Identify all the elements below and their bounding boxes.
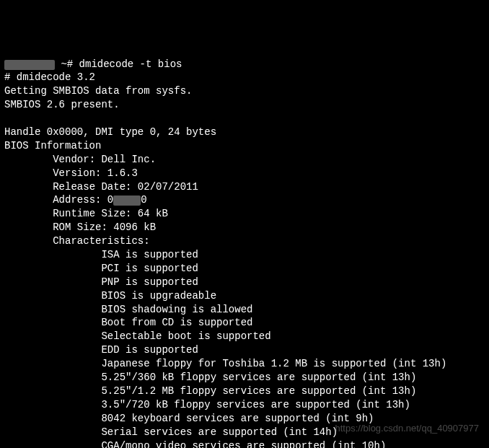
characteristic-text: Serial services are supported (int 14h) — [101, 426, 338, 438]
characteristic-text: ISA is supported — [101, 249, 198, 260]
characteristic-item: Serial services are supported (int 14h) — [4, 426, 338, 438]
field-label: Version — [53, 167, 95, 179]
field-label: Release Date — [53, 181, 125, 193]
bios-field-address: Address: 00 — [4, 194, 147, 206]
characteristic-item: 5.25"/1.2 MB floppy services are support… — [4, 385, 416, 397]
header-line: SMBIOS 2.6 present. — [4, 99, 120, 110]
characteristic-item: CGA/mono video services are supported (i… — [4, 440, 386, 449]
field-label: Address — [53, 194, 95, 206]
bios-field: Version: 1.6.3 — [4, 167, 138, 179]
characteristic-item: ISA is supported — [4, 249, 198, 260]
characteristic-item: 5.25"/360 kB floppy services are support… — [4, 372, 416, 383]
address-prefix: 0 — [107, 194, 113, 206]
field-label: Characteristics: — [53, 235, 149, 247]
characteristic-item: BIOS is upgradeable — [4, 290, 216, 302]
characteristic-text: Boot from CD is supported — [101, 317, 252, 328]
header-line: Getting SMBIOS data from sysfs. — [4, 85, 192, 97]
characteristic-item: 3.5"/720 kB floppy services are supporte… — [4, 399, 410, 410]
characteristic-text: 8042 keyboard services are supported (in… — [101, 413, 374, 424]
characteristic-item: 8042 keyboard services are supported (in… — [4, 413, 374, 424]
handle-line: Handle 0x0000, DMI type 0, 24 bytes — [4, 126, 216, 138]
field-value: 64 kB — [138, 208, 168, 219]
prompt-suffix: ~# — [55, 58, 79, 70]
characteristic-text: 5.25"/360 kB floppy services are support… — [101, 372, 416, 383]
characteristic-text: EDD is supported — [101, 344, 198, 356]
characteristic-item: Selectable boot is supported — [4, 330, 271, 342]
header-line: # dmidecode 3.2 — [4, 71, 95, 83]
characteristic-text: Japanese floppy for Toshiba 1.2 MB is su… — [101, 358, 446, 369]
characteristic-item: Japanese floppy for Toshiba 1.2 MB is su… — [4, 358, 446, 369]
bios-field: ROM Size: 4096 kB — [4, 221, 156, 233]
characteristic-item: Boot from CD is supported — [4, 317, 252, 328]
characteristic-text: PNP is supported — [101, 276, 198, 288]
field-label: Runtime Size — [53, 208, 125, 219]
field-value: Dell Inc. — [101, 154, 156, 165]
watermark-text: https://blog.csdn.net/qq_40907977 — [335, 422, 480, 435]
characteristic-text: BIOS is upgradeable — [101, 290, 216, 302]
characteristic-text: PCI is supported — [101, 263, 198, 274]
prompt-line: ~# dmidecode -t bios — [4, 58, 182, 70]
hostname-redacted — [4, 60, 55, 70]
field-value: 4096 kB — [113, 221, 156, 233]
bios-field: Release Date: 02/07/2011 — [4, 181, 198, 193]
terminal-output: ~# dmidecode -t bios # dmidecode 3.2 Get… — [4, 58, 485, 448]
characteristic-text: CGA/mono video services are supported (i… — [101, 440, 386, 449]
characteristic-text: BIOS shadowing is allowed — [101, 304, 252, 315]
bios-field: Runtime Size: 64 kB — [4, 208, 168, 219]
address-redacted — [113, 196, 141, 206]
characteristic-item: BIOS shadowing is allowed — [4, 304, 252, 315]
field-value: 1.6.3 — [107, 167, 138, 179]
characteristic-item: PNP is supported — [4, 276, 198, 288]
bios-field: Vendor: Dell Inc. — [4, 154, 156, 165]
characteristic-text: 5.25"/1.2 MB floppy services are support… — [101, 385, 416, 397]
characteristic-item: EDD is supported — [4, 344, 198, 356]
address-suffix: 0 — [141, 194, 146, 206]
characteristics-header: Characteristics: — [4, 235, 150, 247]
field-value: 02/07/2011 — [138, 181, 198, 193]
characteristic-item: PCI is supported — [4, 263, 198, 274]
command-text: dmidecode -t bios — [79, 58, 182, 70]
characteristic-text: 3.5"/720 kB floppy services are supporte… — [101, 399, 410, 410]
section-title: BIOS Information — [4, 140, 101, 151]
field-label: Vendor — [53, 154, 89, 165]
field-label: ROM Size — [53, 221, 101, 233]
characteristic-text: Selectable boot is supported — [101, 330, 270, 342]
